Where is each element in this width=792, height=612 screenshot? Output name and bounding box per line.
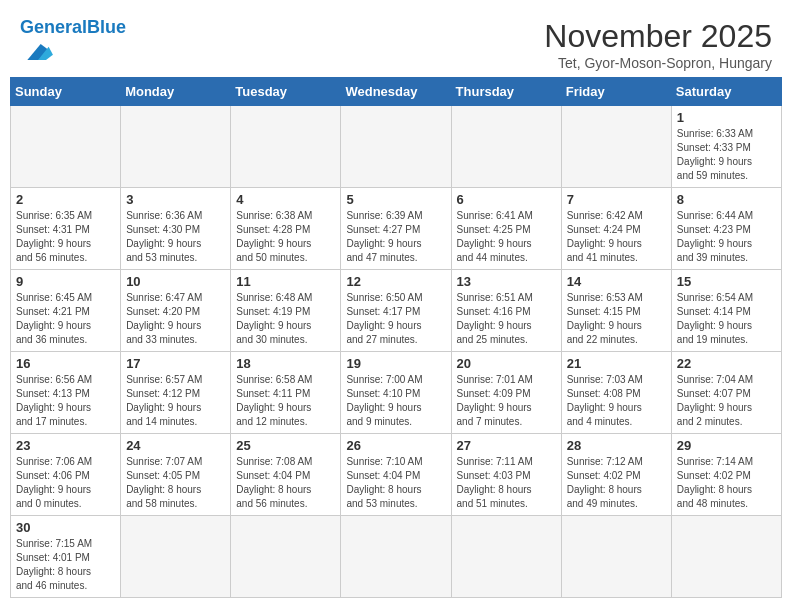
calendar-cell	[341, 106, 451, 188]
calendar-cell: 5Sunrise: 6:39 AMSunset: 4:27 PMDaylight…	[341, 188, 451, 270]
calendar-cell: 28Sunrise: 7:12 AMSunset: 4:02 PMDayligh…	[561, 434, 671, 516]
calendar-cell: 9Sunrise: 6:45 AMSunset: 4:21 PMDaylight…	[11, 270, 121, 352]
day-number: 7	[567, 192, 666, 207]
day-number: 10	[126, 274, 225, 289]
day-number: 9	[16, 274, 115, 289]
day-number: 5	[346, 192, 445, 207]
day-number: 11	[236, 274, 335, 289]
calendar-cell: 11Sunrise: 6:48 AMSunset: 4:19 PMDayligh…	[231, 270, 341, 352]
calendar-cell: 10Sunrise: 6:47 AMSunset: 4:20 PMDayligh…	[121, 270, 231, 352]
calendar-cell	[11, 106, 121, 188]
day-info: Sunrise: 7:00 AMSunset: 4:10 PMDaylight:…	[346, 373, 445, 429]
day-number: 27	[457, 438, 556, 453]
logo-icon	[22, 38, 54, 66]
day-info: Sunrise: 7:10 AMSunset: 4:04 PMDaylight:…	[346, 455, 445, 511]
day-info: Sunrise: 6:51 AMSunset: 4:16 PMDaylight:…	[457, 291, 556, 347]
calendar-cell: 24Sunrise: 7:07 AMSunset: 4:05 PMDayligh…	[121, 434, 231, 516]
week-row-6: 30Sunrise: 7:15 AMSunset: 4:01 PMDayligh…	[11, 516, 782, 598]
day-number: 24	[126, 438, 225, 453]
weekday-tuesday: Tuesday	[231, 78, 341, 106]
day-info: Sunrise: 6:42 AMSunset: 4:24 PMDaylight:…	[567, 209, 666, 265]
calendar-cell: 27Sunrise: 7:11 AMSunset: 4:03 PMDayligh…	[451, 434, 561, 516]
day-info: Sunrise: 7:14 AMSunset: 4:02 PMDaylight:…	[677, 455, 776, 511]
day-info: Sunrise: 6:48 AMSunset: 4:19 PMDaylight:…	[236, 291, 335, 347]
calendar-cell: 2Sunrise: 6:35 AMSunset: 4:31 PMDaylight…	[11, 188, 121, 270]
calendar-table: SundayMondayTuesdayWednesdayThursdayFrid…	[10, 77, 782, 598]
calendar-cell: 13Sunrise: 6:51 AMSunset: 4:16 PMDayligh…	[451, 270, 561, 352]
day-info: Sunrise: 6:41 AMSunset: 4:25 PMDaylight:…	[457, 209, 556, 265]
day-number: 13	[457, 274, 556, 289]
calendar-cell: 16Sunrise: 6:56 AMSunset: 4:13 PMDayligh…	[11, 352, 121, 434]
day-number: 25	[236, 438, 335, 453]
calendar-cell: 1Sunrise: 6:33 AMSunset: 4:33 PMDaylight…	[671, 106, 781, 188]
day-number: 21	[567, 356, 666, 371]
day-number: 29	[677, 438, 776, 453]
calendar-cell	[561, 516, 671, 598]
week-row-3: 9Sunrise: 6:45 AMSunset: 4:21 PMDaylight…	[11, 270, 782, 352]
day-info: Sunrise: 7:07 AMSunset: 4:05 PMDaylight:…	[126, 455, 225, 511]
calendar-cell: 26Sunrise: 7:10 AMSunset: 4:04 PMDayligh…	[341, 434, 451, 516]
logo-text: GeneralBlue	[20, 18, 126, 38]
day-number: 30	[16, 520, 115, 535]
calendar-body: 1Sunrise: 6:33 AMSunset: 4:33 PMDaylight…	[11, 106, 782, 598]
day-number: 16	[16, 356, 115, 371]
week-row-4: 16Sunrise: 6:56 AMSunset: 4:13 PMDayligh…	[11, 352, 782, 434]
day-info: Sunrise: 6:33 AMSunset: 4:33 PMDaylight:…	[677, 127, 776, 183]
calendar-cell: 6Sunrise: 6:41 AMSunset: 4:25 PMDaylight…	[451, 188, 561, 270]
day-info: Sunrise: 6:53 AMSunset: 4:15 PMDaylight:…	[567, 291, 666, 347]
weekday-friday: Friday	[561, 78, 671, 106]
calendar-cell: 4Sunrise: 6:38 AMSunset: 4:28 PMDaylight…	[231, 188, 341, 270]
day-info: Sunrise: 6:39 AMSunset: 4:27 PMDaylight:…	[346, 209, 445, 265]
day-info: Sunrise: 7:11 AMSunset: 4:03 PMDaylight:…	[457, 455, 556, 511]
title-area: November 2025 Tet, Gyor-Moson-Sopron, Hu…	[544, 18, 772, 71]
calendar-cell: 7Sunrise: 6:42 AMSunset: 4:24 PMDaylight…	[561, 188, 671, 270]
day-number: 18	[236, 356, 335, 371]
calendar-cell: 20Sunrise: 7:01 AMSunset: 4:09 PMDayligh…	[451, 352, 561, 434]
calendar-cell: 23Sunrise: 7:06 AMSunset: 4:06 PMDayligh…	[11, 434, 121, 516]
day-number: 12	[346, 274, 445, 289]
calendar-cell: 21Sunrise: 7:03 AMSunset: 4:08 PMDayligh…	[561, 352, 671, 434]
day-info: Sunrise: 7:06 AMSunset: 4:06 PMDaylight:…	[16, 455, 115, 511]
day-number: 1	[677, 110, 776, 125]
day-number: 19	[346, 356, 445, 371]
day-info: Sunrise: 6:45 AMSunset: 4:21 PMDaylight:…	[16, 291, 115, 347]
day-number: 14	[567, 274, 666, 289]
day-number: 23	[16, 438, 115, 453]
day-info: Sunrise: 6:50 AMSunset: 4:17 PMDaylight:…	[346, 291, 445, 347]
day-number: 17	[126, 356, 225, 371]
day-info: Sunrise: 6:54 AMSunset: 4:14 PMDaylight:…	[677, 291, 776, 347]
calendar-cell	[671, 516, 781, 598]
week-row-1: 1Sunrise: 6:33 AMSunset: 4:33 PMDaylight…	[11, 106, 782, 188]
weekday-thursday: Thursday	[451, 78, 561, 106]
weekday-saturday: Saturday	[671, 78, 781, 106]
calendar-cell	[231, 516, 341, 598]
day-info: Sunrise: 6:56 AMSunset: 4:13 PMDaylight:…	[16, 373, 115, 429]
day-info: Sunrise: 7:12 AMSunset: 4:02 PMDaylight:…	[567, 455, 666, 511]
calendar-cell	[121, 106, 231, 188]
calendar-cell	[451, 106, 561, 188]
day-number: 20	[457, 356, 556, 371]
day-info: Sunrise: 6:58 AMSunset: 4:11 PMDaylight:…	[236, 373, 335, 429]
day-info: Sunrise: 6:44 AMSunset: 4:23 PMDaylight:…	[677, 209, 776, 265]
calendar-cell	[341, 516, 451, 598]
day-info: Sunrise: 7:04 AMSunset: 4:07 PMDaylight:…	[677, 373, 776, 429]
day-info: Sunrise: 7:03 AMSunset: 4:08 PMDaylight:…	[567, 373, 666, 429]
calendar-cell	[121, 516, 231, 598]
calendar-title: November 2025	[544, 18, 772, 55]
calendar-cell: 29Sunrise: 7:14 AMSunset: 4:02 PMDayligh…	[671, 434, 781, 516]
day-number: 28	[567, 438, 666, 453]
calendar-cell: 22Sunrise: 7:04 AMSunset: 4:07 PMDayligh…	[671, 352, 781, 434]
day-info: Sunrise: 6:47 AMSunset: 4:20 PMDaylight:…	[126, 291, 225, 347]
calendar-cell: 15Sunrise: 6:54 AMSunset: 4:14 PMDayligh…	[671, 270, 781, 352]
day-info: Sunrise: 6:35 AMSunset: 4:31 PMDaylight:…	[16, 209, 115, 265]
calendar-cell: 25Sunrise: 7:08 AMSunset: 4:04 PMDayligh…	[231, 434, 341, 516]
calendar-cell	[231, 106, 341, 188]
calendar-cell: 12Sunrise: 6:50 AMSunset: 4:17 PMDayligh…	[341, 270, 451, 352]
day-info: Sunrise: 6:36 AMSunset: 4:30 PMDaylight:…	[126, 209, 225, 265]
day-info: Sunrise: 7:01 AMSunset: 4:09 PMDaylight:…	[457, 373, 556, 429]
day-number: 22	[677, 356, 776, 371]
day-info: Sunrise: 6:57 AMSunset: 4:12 PMDaylight:…	[126, 373, 225, 429]
week-row-5: 23Sunrise: 7:06 AMSunset: 4:06 PMDayligh…	[11, 434, 782, 516]
calendar-cell: 3Sunrise: 6:36 AMSunset: 4:30 PMDaylight…	[121, 188, 231, 270]
day-number: 8	[677, 192, 776, 207]
